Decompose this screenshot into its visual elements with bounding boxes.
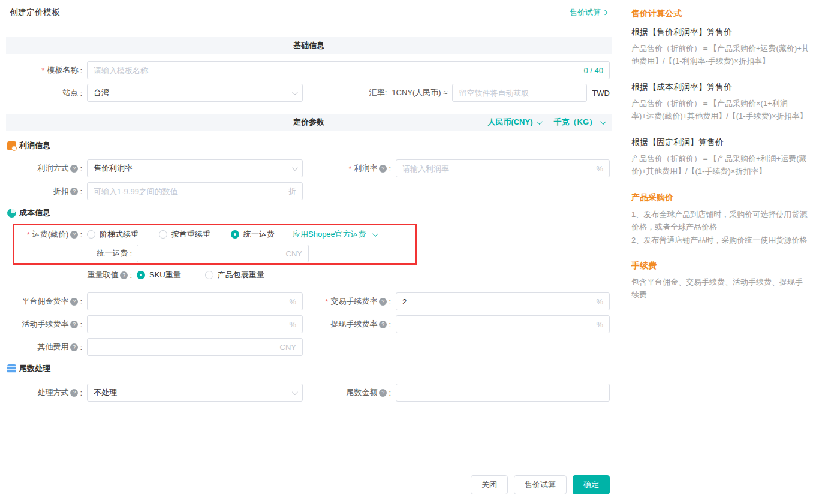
percent-suffix: % xyxy=(289,297,296,306)
weight-source-label: 重量取值 ? : xyxy=(0,270,137,280)
radio-icon xyxy=(87,230,95,239)
price-trial-button[interactable]: 售价试算 xyxy=(514,475,567,494)
help-icon[interactable]: ? xyxy=(379,165,387,173)
formula-heading: 根据【固定利润】算售价 xyxy=(631,137,810,148)
chevron-down-icon xyxy=(600,119,606,125)
activity-fee-input[interactable] xyxy=(94,316,285,333)
platform-commission-input[interactable] xyxy=(94,293,285,310)
confirm-button[interactable]: 确定 xyxy=(573,475,610,494)
basic-info-section-bar: 基础信息 xyxy=(6,37,612,54)
site-select[interactable]: 台湾 xyxy=(87,84,303,102)
exchange-rate-input[interactable] xyxy=(459,84,580,101)
withdraw-fee-input[interactable] xyxy=(402,316,592,333)
discount-label: 折扣 ? : xyxy=(0,186,87,197)
activity-fee-label: 活动手续费率 ? : xyxy=(0,319,87,330)
pricing-template-dialog: 创建定价模板 售价试算 基础信息 * 模板名称: 0 / 40 站点: xyxy=(0,0,822,504)
tail-section: 尾数处理 xyxy=(7,363,618,374)
radio-icon xyxy=(159,230,167,239)
required-asterisk: * xyxy=(325,297,328,306)
cost-info-icon xyxy=(7,209,16,218)
profit-info-title: 利润信息 xyxy=(19,140,50,151)
shipping-type-row: * 运费(藏价) ? : 阶梯式续重 按首重续重 xyxy=(0,229,618,240)
other-fee-box: CNY xyxy=(87,338,303,356)
weight-source-row: 重量取值 ? : SKU重量 产品包裹重量 xyxy=(0,270,618,280)
formula-heading: 根据【售价利润率】算售价 xyxy=(631,27,810,38)
percent-suffix: % xyxy=(596,164,603,173)
percent-suffix: % xyxy=(289,320,296,329)
cost-info-section: 成本信息 xyxy=(7,207,618,218)
tail-mode-select[interactable]: 不处理 xyxy=(87,384,303,402)
close-button[interactable]: 关闭 xyxy=(471,475,508,494)
tail-mode-label: 处理方式 ? : xyxy=(0,387,87,398)
radio-sku-weight[interactable]: SKU重量 xyxy=(137,270,181,280)
help-icon[interactable]: ? xyxy=(120,271,128,279)
transaction-fee-label: * 交易手续费率 ? : xyxy=(303,296,396,307)
profit-mode-value: 售价利润率 xyxy=(94,163,133,174)
formula-section: 根据【成本利润率】算售价 产品售价（折前价）＝【产品采购价×(1+利润率)+运费… xyxy=(631,82,810,123)
profit-info-icon xyxy=(7,141,16,150)
discount-input[interactable] xyxy=(94,183,285,200)
weight-unit-select[interactable]: 千克（KG） xyxy=(554,114,605,131)
tail-amount-input[interactable] xyxy=(402,384,603,401)
help-icon[interactable]: ? xyxy=(70,231,78,239)
unified-shipping-box: CNY xyxy=(137,245,309,262)
cny-suffix: CNY xyxy=(286,249,302,258)
radio-unified-shipping[interactable]: 统一运费 xyxy=(231,229,275,240)
percent-suffix: % xyxy=(596,320,603,329)
help-icon[interactable]: ? xyxy=(379,298,387,306)
purchase-line: 1、发布全球产品到店铺时，采购价可选择使用货源价格，或者全球产品价格 xyxy=(631,208,810,234)
rate-currency: TWD xyxy=(592,89,610,98)
template-name-row: * 模板名称: 0 / 40 xyxy=(0,61,618,79)
other-fee-input[interactable] xyxy=(94,339,276,355)
shipping-radio-group: 阶梯式续重 按首重续重 统一运费 xyxy=(87,229,275,240)
help-icon[interactable]: ? xyxy=(70,343,78,351)
activity-withdraw-row: 活动手续费率 ? : % 提现手续费率 ? : % xyxy=(0,315,618,333)
help-icon[interactable]: ? xyxy=(70,321,78,328)
other-fee-row: 其他费用 ? : CNY xyxy=(0,338,618,356)
unified-shipping-label: 统一运费: xyxy=(0,248,137,259)
profit-mode-label: 利润方式 ? : xyxy=(0,163,87,174)
radio-tiered-weight[interactable]: 阶梯式续重 xyxy=(87,229,138,240)
price-trial-link[interactable]: 售价试算 xyxy=(570,7,607,18)
profit-mode-row: 利润方式 ? : 售价利润率 * 利润率 ? : % xyxy=(0,159,618,177)
withdraw-fee-label: 提现手续费率 ? : xyxy=(303,319,396,330)
help-icon[interactable]: ? xyxy=(70,298,78,306)
form-panel: 创建定价模板 售价试算 基础信息 * 模板名称: 0 / 40 站点: xyxy=(0,0,618,504)
help-icon[interactable]: ? xyxy=(379,321,387,328)
radio-first-weight[interactable]: 按首重续重 xyxy=(159,229,210,240)
transaction-fee-input[interactable] xyxy=(402,293,592,310)
currency-select[interactable]: 人民币(CNY) xyxy=(487,114,540,131)
required-asterisk: * xyxy=(27,230,30,239)
tail-mode-value: 不处理 xyxy=(94,387,117,398)
transaction-fee-box: % xyxy=(396,292,610,310)
chevron-down-icon xyxy=(292,89,298,95)
tail-mode-row: 处理方式 ? : 不处理 尾数金额 ? : xyxy=(0,384,618,402)
pricing-params-section-bar: 定价参数 人民币(CNY) 千克（KG） xyxy=(6,114,612,131)
help-icon[interactable]: ? xyxy=(70,389,78,397)
profit-info-section: 利润信息 xyxy=(7,140,618,151)
help-icon[interactable]: ? xyxy=(379,389,387,397)
unified-shipping-input[interactable] xyxy=(143,245,282,262)
profit-rate-input[interactable] xyxy=(402,160,592,177)
help-icon[interactable]: ? xyxy=(70,165,78,173)
apply-shopee-shipping-link[interactable]: 应用Shopee官方运费 xyxy=(293,229,377,240)
purchase-price-section: 产品采购价 1、发布全球产品到店铺时，采购价可选择使用货源价格，或者全球产品价格… xyxy=(631,192,810,246)
template-name-input[interactable] xyxy=(94,62,580,79)
formula-body: 产品售价（折前价）＝【产品采购价+利润+运费(藏价)+其他费用】/【(1-手续费… xyxy=(631,152,810,178)
radio-icon xyxy=(231,230,239,239)
help-icon[interactable]: ? xyxy=(70,188,78,195)
arrow-right-icon xyxy=(603,10,607,14)
activity-fee-box: % xyxy=(87,315,303,333)
profit-mode-select[interactable]: 售价利润率 xyxy=(87,159,303,177)
char-counter: 0 / 40 xyxy=(583,66,603,75)
radio-package-weight[interactable]: 产品包裹重量 xyxy=(205,270,264,280)
required-asterisk: * xyxy=(41,66,44,75)
tail-amount-box xyxy=(396,384,610,402)
chevron-down-icon xyxy=(372,231,378,237)
shipping-block: * 运费(藏价) ? : 阶梯式续重 按首重续重 xyxy=(0,229,618,262)
percent-suffix: % xyxy=(596,297,603,306)
site-rate-row: 站点: 台湾 汇率: 1CNY(人民币) ≈ TWD xyxy=(0,84,618,102)
weight-source-radio-group: SKU重量 产品包裹重量 xyxy=(137,270,264,280)
formula-title: 售价计算公式 xyxy=(631,8,810,19)
platform-commission-box: % xyxy=(87,292,303,310)
